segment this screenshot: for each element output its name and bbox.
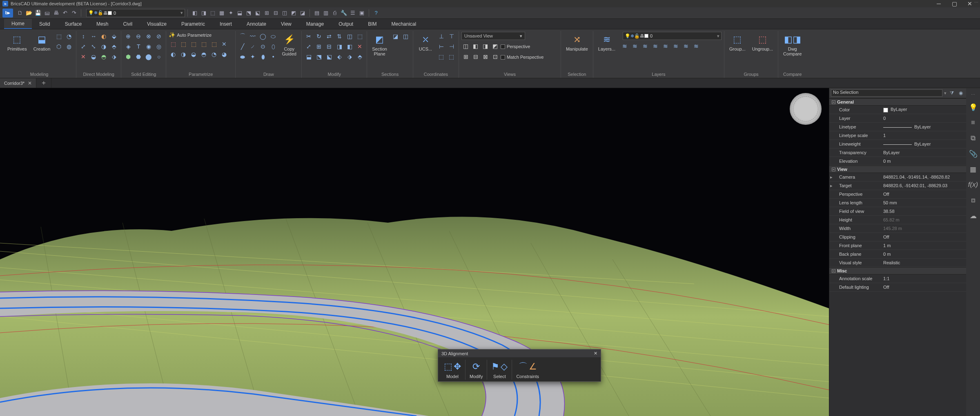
tree-icon[interactable]: ⧈ xyxy=(968,195,978,205)
md-tool-10[interactable]: ◨ xyxy=(335,42,344,51)
dm-tool-5[interactable]: ⤢ xyxy=(79,42,88,51)
primitives-button[interactable]: ⬚ Primitives xyxy=(5,32,29,53)
dr-tool-7[interactable]: ⊙ xyxy=(258,42,267,51)
prop-row-width[interactable]: Width145.28 m xyxy=(829,224,966,233)
dm-tool-12[interactable]: ⬗ xyxy=(109,52,118,61)
new-icon[interactable]: 🗋 xyxy=(16,9,24,18)
file-tab-corridor3[interactable]: Corridor3* ✕ xyxy=(0,78,36,88)
chevron-down-icon[interactable]: ▾ xyxy=(944,91,947,96)
toolstrip-handle[interactable]: ⋯ xyxy=(971,92,976,97)
dr-tool-4[interactable]: ⬭ xyxy=(269,32,278,41)
se-tool-12[interactable]: ○ xyxy=(154,52,163,61)
section-view[interactable]: −View xyxy=(829,166,966,173)
match-perspective-check[interactable]: Match Perspective xyxy=(501,53,543,61)
open-icon[interactable]: 📂 xyxy=(24,9,33,18)
minimize-button[interactable]: ─ xyxy=(931,0,947,7)
perspective-check[interactable]: Perspective xyxy=(501,42,530,51)
dm-tool-8[interactable]: ⬘ xyxy=(109,42,118,51)
prop-row-front-plane[interactable]: Front plane1 m xyxy=(829,241,966,250)
save-icon[interactable]: 💾 xyxy=(33,9,42,18)
tab-mesh[interactable]: Mesh xyxy=(89,19,116,29)
copy-guided-button[interactable]: ⚡ Copy Guided xyxy=(279,32,299,58)
tool-icon-1[interactable]: ◧ xyxy=(190,9,199,18)
tool-icon-15[interactable]: ▥ xyxy=(321,9,330,18)
tool-icon-9[interactable]: ⊞ xyxy=(262,9,271,18)
ungroup-button[interactable]: ⬚ Ungroup... xyxy=(750,32,775,53)
tab-civil[interactable]: Civil xyxy=(116,19,140,29)
dm-tool-4[interactable]: ⬙ xyxy=(109,32,118,41)
tool-icon-13[interactable]: ◪ xyxy=(298,9,307,18)
tool-icon-6[interactable]: ⬓ xyxy=(235,9,244,18)
ly-tool-3[interactable]: ≋ xyxy=(641,42,650,51)
dr-tool-9[interactable]: ⬬ xyxy=(238,52,247,61)
ucs-button[interactable]: ⤬ UCS... xyxy=(416,32,435,53)
dr-tool-2[interactable]: 〰 xyxy=(248,32,257,41)
dr-tool-1[interactable]: ⌒ xyxy=(238,32,247,41)
prop-row-annotation-scale[interactable]: Annotation scale1:1 xyxy=(829,274,966,283)
tool-icon-10[interactable]: ⊟ xyxy=(271,9,280,18)
tool-icon-7[interactable]: ⬔ xyxy=(244,9,253,18)
align-modify[interactable]: ⟳ Modify xyxy=(466,360,487,380)
modeling-tool-4[interactable]: ◍ xyxy=(65,42,74,51)
dr-tool-12[interactable]: • xyxy=(269,52,278,61)
tab-bim[interactable]: BIM xyxy=(361,19,384,29)
pm-tool-5[interactable]: ⬚ xyxy=(209,40,218,49)
pm-tool-10[interactable]: ◓ xyxy=(199,50,208,59)
se-tool-10[interactable]: ⬣ xyxy=(134,52,143,61)
tab-surface[interactable]: Surface xyxy=(58,19,89,29)
ly-tool-5[interactable]: ≋ xyxy=(661,42,670,51)
bulb-icon[interactable]: 💡 xyxy=(968,102,978,112)
pm-tool-8[interactable]: ◑ xyxy=(179,50,188,59)
modeling-tool-3[interactable]: ⬡ xyxy=(54,42,63,51)
md-tool-6[interactable]: ⬚ xyxy=(355,32,364,41)
md-tool-14[interactable]: ⬔ xyxy=(314,52,323,61)
dr-tool-8[interactable]: ⬯ xyxy=(269,42,278,51)
sec-tool-2[interactable]: ◫ xyxy=(401,32,410,41)
pm-tool-7[interactable]: ◐ xyxy=(169,50,178,59)
prop-row-lens-length[interactable]: Lens length50 mm xyxy=(829,199,966,207)
md-tool-18[interactable]: ⬘ xyxy=(355,52,364,61)
tool-icon-14[interactable]: ▤ xyxy=(312,9,321,18)
tool-icon-16[interactable]: ⎙ xyxy=(330,9,339,18)
se-tool-6[interactable]: T xyxy=(134,42,143,51)
tool-icon-3[interactable]: ⬚ xyxy=(208,9,217,18)
undo-icon[interactable]: ↶ xyxy=(60,9,69,18)
prop-row-color[interactable]: ColorByLayer xyxy=(829,106,966,114)
align-constraints[interactable]: ⌒∠ Constraints xyxy=(512,360,543,380)
md-tool-17[interactable]: ⬗ xyxy=(345,52,354,61)
md-tool-13[interactable]: ⬓ xyxy=(304,52,313,61)
se-tool-8[interactable]: ◎ xyxy=(154,42,163,51)
group-button[interactable]: ⬚ Group... xyxy=(727,32,748,53)
print-icon[interactable]: 🖶 xyxy=(51,9,60,18)
md-tool-11[interactable]: ◧ xyxy=(345,42,354,51)
co-tool-1[interactable]: ⊥ xyxy=(437,32,446,41)
vw-tool-6[interactable]: ⊟ xyxy=(471,52,480,61)
md-tool-5[interactable]: ◫ xyxy=(345,32,354,41)
md-tool-7[interactable]: ⤢ xyxy=(304,42,313,51)
md-tool-8[interactable]: ⊞ xyxy=(314,42,323,51)
dm-tool-3[interactable]: ◐ xyxy=(99,32,108,41)
sliders-icon[interactable]: ≡ xyxy=(968,118,978,128)
help-icon[interactable]: ? xyxy=(372,9,381,18)
prop-row-clipping[interactable]: ClippingOff xyxy=(829,233,966,241)
vw-tool-4[interactable]: ◩ xyxy=(491,42,500,51)
prop-row-default-lighting[interactable]: Default lightingOff xyxy=(829,283,966,292)
section-general[interactable]: −General xyxy=(829,98,966,106)
dm-tool-1[interactable]: ↕ xyxy=(79,32,88,41)
vw-tool-5[interactable]: ⊞ xyxy=(461,52,470,61)
ly-tool-1[interactable]: ≋ xyxy=(620,42,629,51)
se-tool-2[interactable]: ⊖ xyxy=(134,32,143,41)
md-tool-4[interactable]: ⇅ xyxy=(335,32,344,41)
ly-tool-8[interactable]: ≋ xyxy=(692,42,701,51)
app-menu-button[interactable]: b▸ xyxy=(2,9,13,18)
prop-row-transparency[interactable]: TransparencyByLayer xyxy=(829,148,966,157)
align-model[interactable]: ⬚✥ Model xyxy=(440,360,466,380)
grid-icon[interactable]: ▦ xyxy=(968,164,978,174)
dr-tool-6[interactable]: ⟋ xyxy=(248,42,257,51)
dr-tool-3[interactable]: ◯ xyxy=(258,32,267,41)
auto-parametrize-button[interactable]: ✨ Auto Parametrize xyxy=(169,32,212,38)
md-tool-2[interactable]: ↻ xyxy=(314,32,323,41)
stack-icon[interactable]: ⧉ xyxy=(968,133,978,143)
view-cube[interactable] xyxy=(790,93,822,125)
creation-button[interactable]: ⬓ Creation xyxy=(31,32,53,53)
